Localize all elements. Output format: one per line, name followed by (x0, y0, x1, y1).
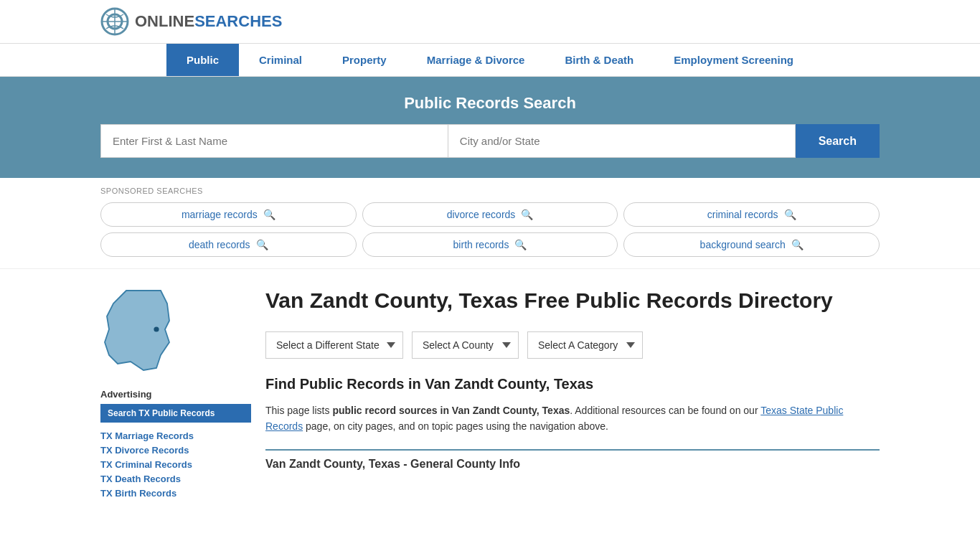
sponsored-marriage[interactable]: marriage records 🔍 (100, 202, 357, 227)
list-item: TX Death Records (100, 473, 251, 484)
sponsored-divorce[interactable]: divorce records 🔍 (362, 202, 618, 227)
sponsored-background-label: background search (700, 239, 786, 250)
ad-button[interactable]: Search TX Public Records (100, 404, 251, 423)
search-icon-5: 🔍 (514, 239, 527, 250)
find-title: Find Public Records in Van Zandt County,… (265, 376, 880, 392)
page-title: Van Zandt County, Texas Free Public Reco… (265, 286, 880, 314)
nav-public[interactable]: Public (166, 44, 239, 76)
sponsored-label: SPONSORED SEARCHES (100, 187, 880, 195)
sidebar-link-2[interactable]: TX Criminal Records (100, 459, 192, 470)
nav-marriage-divorce[interactable]: Marriage & Divorce (407, 44, 545, 76)
search-form: Search (100, 124, 880, 158)
county-selector[interactable]: Select A County (412, 331, 519, 359)
find-description: This page lists public record sources in… (265, 402, 880, 435)
sponsored-marriage-label: marriage records (182, 209, 258, 220)
list-item: TX Divorce Records (100, 444, 251, 456)
sponsored-grid: marriage records 🔍 divorce records 🔍 cri… (100, 202, 880, 257)
sponsored-criminal[interactable]: criminal records 🔍 (623, 202, 880, 227)
list-item: TX Marriage Records (100, 430, 251, 441)
county-info-title: Van Zandt County, Texas - General County… (265, 449, 880, 471)
texas-map-icon (100, 286, 187, 372)
content-area: Van Zandt County, Texas Free Public Reco… (265, 286, 880, 539)
nav-employment[interactable]: Employment Screening (654, 44, 814, 76)
nav-criminal[interactable]: Criminal (239, 44, 322, 76)
nav-birth-death[interactable]: Birth & Death (545, 44, 654, 76)
sponsored-divorce-label: divorce records (447, 209, 516, 220)
sponsored-background[interactable]: background search 🔍 (623, 232, 880, 257)
list-item: TX Criminal Records (100, 458, 251, 470)
logo-searches: SEARCHES (194, 12, 282, 30)
sponsored-section: SPONSORED SEARCHES marriage records 🔍 di… (0, 178, 980, 269)
find-desc-1: This page lists (265, 405, 332, 416)
find-desc-bold: public record sources in Van Zandt Count… (332, 405, 570, 416)
find-desc-3: page, on city pages, and on topic pages … (303, 420, 608, 432)
sidebar: Advertising Search TX Public Records TX … (100, 286, 265, 539)
main-nav: Public Criminal Property Marriage & Divo… (0, 44, 980, 77)
sponsored-birth-label: birth records (453, 239, 509, 250)
logo-icon (100, 7, 129, 36)
search-banner-title: Public Records Search (100, 94, 880, 113)
sidebar-links: TX Marriage Records TX Divorce Records T… (100, 430, 251, 499)
svg-point-6 (154, 326, 159, 331)
search-icon-6: 🔍 (791, 239, 804, 250)
search-icon-2: 🔍 (521, 209, 533, 220)
logo-online: ONLINE (135, 12, 194, 30)
selectors: Select a Different State Select A County… (265, 331, 880, 359)
sidebar-link-3[interactable]: TX Death Records (100, 474, 181, 484)
header: ONLINESEARCHES (0, 0, 980, 44)
nav-property[interactable]: Property (322, 44, 407, 76)
state-selector[interactable]: Select a Different State (265, 331, 403, 359)
sidebar-link-0[interactable]: TX Marriage Records (100, 430, 194, 441)
search-banner: Public Records Search Search (0, 77, 980, 178)
logo: ONLINESEARCHES (100, 7, 282, 36)
name-input[interactable] (100, 124, 448, 158)
sidebar-link-1[interactable]: TX Divorce Records (100, 445, 189, 456)
search-icon-4: 🔍 (256, 239, 268, 250)
sponsored-death-label: death records (189, 239, 250, 250)
sidebar-link-4[interactable]: TX Birth Records (100, 488, 176, 499)
category-selector[interactable]: Select A Category (527, 331, 643, 359)
list-item: TX Birth Records (100, 487, 251, 499)
logo-text: ONLINESEARCHES (135, 12, 282, 31)
search-icon-1: 🔍 (263, 209, 275, 220)
sponsored-birth[interactable]: birth records 🔍 (362, 232, 618, 257)
sponsored-death[interactable]: death records 🔍 (100, 232, 357, 257)
main-container: Advertising Search TX Public Records TX … (0, 269, 980, 551)
find-desc-2: . Additional resources can be found on o… (570, 405, 760, 416)
location-input[interactable] (448, 124, 796, 158)
search-button[interactable]: Search (796, 124, 880, 158)
advertising-label: Advertising (100, 389, 251, 400)
search-icon-3: 🔍 (784, 209, 796, 220)
sponsored-criminal-label: criminal records (707, 209, 778, 220)
